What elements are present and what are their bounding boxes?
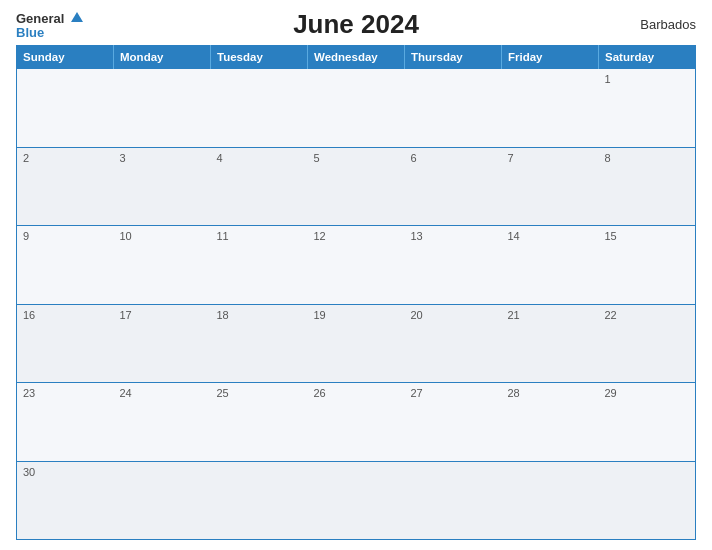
calendar-day-header: Friday (502, 46, 599, 69)
calendar-day-cell: 25 (211, 383, 308, 462)
day-number: 29 (605, 387, 617, 399)
day-number: 1 (605, 73, 611, 85)
calendar-day-cell (405, 461, 502, 540)
calendar-day-header: Monday (114, 46, 211, 69)
day-number: 11 (217, 230, 229, 242)
day-number: 9 (23, 230, 29, 242)
calendar-day-cell: 12 (308, 226, 405, 305)
calendar-day-cell (502, 69, 599, 148)
calendar-day-cell (405, 69, 502, 148)
calendar-week-row: 2345678 (17, 147, 696, 226)
calendar-day-cell: 16 (17, 304, 114, 383)
day-number: 23 (23, 387, 35, 399)
day-number: 7 (508, 152, 514, 164)
day-number: 15 (605, 230, 617, 242)
calendar-day-cell (114, 461, 211, 540)
calendar-title: June 2024 (293, 9, 419, 40)
day-number: 14 (508, 230, 520, 242)
calendar-day-cell: 8 (599, 147, 696, 226)
calendar-day-cell (308, 461, 405, 540)
calendar-day-header: Sunday (17, 46, 114, 69)
country-label: Barbados (640, 17, 696, 32)
calendar-day-cell (308, 69, 405, 148)
calendar-day-cell: 10 (114, 226, 211, 305)
day-number: 3 (120, 152, 126, 164)
calendar-day-cell (17, 69, 114, 148)
calendar-day-cell: 27 (405, 383, 502, 462)
calendar-day-cell: 6 (405, 147, 502, 226)
calendar-day-cell: 20 (405, 304, 502, 383)
calendar-header-row: SundayMondayTuesdayWednesdayThursdayFrid… (17, 46, 696, 69)
calendar-day-header: Thursday (405, 46, 502, 69)
calendar-day-cell (211, 461, 308, 540)
calendar-day-cell: 9 (17, 226, 114, 305)
calendar-week-row: 23242526272829 (17, 383, 696, 462)
calendar-day-cell: 28 (502, 383, 599, 462)
calendar-day-cell: 14 (502, 226, 599, 305)
calendar-week-row: 16171819202122 (17, 304, 696, 383)
calendar-day-cell: 21 (502, 304, 599, 383)
day-number: 6 (411, 152, 417, 164)
calendar-day-cell: 2 (17, 147, 114, 226)
day-number: 10 (120, 230, 132, 242)
calendar-day-cell: 23 (17, 383, 114, 462)
day-number: 26 (314, 387, 326, 399)
calendar-day-header: Saturday (599, 46, 696, 69)
calendar-day-cell: 26 (308, 383, 405, 462)
calendar-day-cell: 17 (114, 304, 211, 383)
day-number: 25 (217, 387, 229, 399)
logo-general-text: General (16, 10, 83, 26)
calendar-week-row: 1 (17, 69, 696, 148)
day-number: 21 (508, 309, 520, 321)
calendar-day-cell: 4 (211, 147, 308, 226)
calendar-day-header: Wednesday (308, 46, 405, 69)
day-number: 27 (411, 387, 423, 399)
calendar-day-cell: 13 (405, 226, 502, 305)
day-number: 5 (314, 152, 320, 164)
day-number: 24 (120, 387, 132, 399)
day-number: 30 (23, 466, 35, 478)
day-number: 20 (411, 309, 423, 321)
calendar-day-header: Tuesday (211, 46, 308, 69)
day-number: 28 (508, 387, 520, 399)
calendar-day-cell: 19 (308, 304, 405, 383)
calendar-day-cell: 1 (599, 69, 696, 148)
calendar-day-cell (599, 461, 696, 540)
calendar-day-cell: 7 (502, 147, 599, 226)
day-number: 22 (605, 309, 617, 321)
day-number: 12 (314, 230, 326, 242)
calendar-day-cell (211, 69, 308, 148)
day-number: 18 (217, 309, 229, 321)
calendar-day-cell: 5 (308, 147, 405, 226)
logo: General Blue (16, 10, 83, 39)
calendar-day-cell: 15 (599, 226, 696, 305)
calendar-day-cell: 30 (17, 461, 114, 540)
calendar-day-cell: 29 (599, 383, 696, 462)
logo-triangle-icon (71, 12, 83, 22)
day-number: 17 (120, 309, 132, 321)
calendar-day-cell: 3 (114, 147, 211, 226)
calendar-day-cell: 24 (114, 383, 211, 462)
day-number: 8 (605, 152, 611, 164)
calendar-week-row: 9101112131415 (17, 226, 696, 305)
logo-blue-text: Blue (16, 26, 83, 39)
day-number: 13 (411, 230, 423, 242)
calendar-day-cell: 18 (211, 304, 308, 383)
calendar-day-cell: 11 (211, 226, 308, 305)
header: General Blue June 2024 Barbados (16, 10, 696, 39)
calendar-week-row: 30 (17, 461, 696, 540)
day-number: 2 (23, 152, 29, 164)
day-number: 4 (217, 152, 223, 164)
day-number: 16 (23, 309, 35, 321)
page: General Blue June 2024 Barbados SundayMo… (0, 0, 712, 550)
calendar-day-cell (502, 461, 599, 540)
day-number: 19 (314, 309, 326, 321)
calendar-table: SundayMondayTuesdayWednesdayThursdayFrid… (16, 45, 696, 540)
calendar-day-cell (114, 69, 211, 148)
calendar-day-cell: 22 (599, 304, 696, 383)
